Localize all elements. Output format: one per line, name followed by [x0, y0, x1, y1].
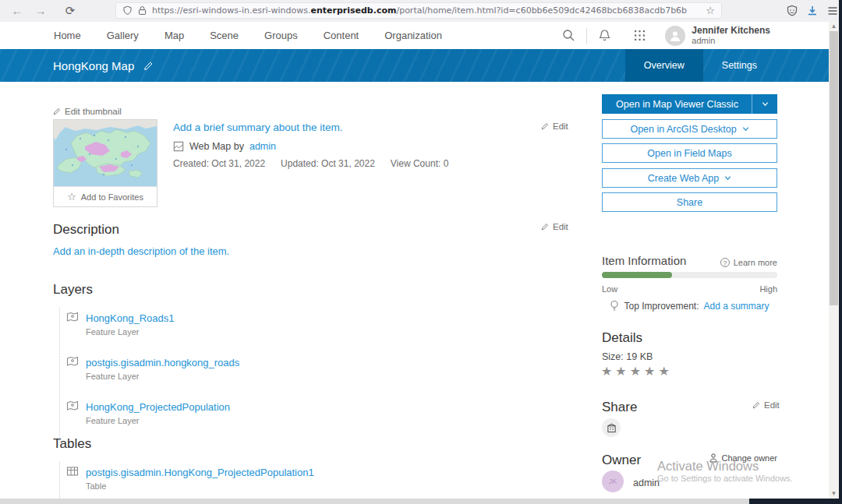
table-link[interactable]: postgis.gisadmin.HongKong_ProjectedPopul…: [86, 467, 314, 478]
bell-icon: [598, 29, 611, 42]
edit-description-button[interactable]: Edit: [541, 222, 568, 231]
user-menu[interactable]: Jennifer Kitchens admin: [692, 25, 770, 47]
table-icon: [66, 465, 79, 478]
item-thumbnail-map: [54, 120, 157, 186]
bookmark-star-icon[interactable]: ☆: [706, 5, 715, 16]
item-information-progress-fill: [602, 272, 672, 278]
browser-forward-button[interactable]: →: [33, 3, 48, 19]
progress-low-label: Low: [602, 284, 617, 294]
chevron-down-icon: [724, 174, 731, 182]
browser-back-button[interactable]: ←: [9, 3, 25, 19]
layer-row: HongKong_Roads1 Feature Layer: [60, 308, 239, 352]
browser-menu-icon[interactable]: [826, 5, 839, 17]
tab-settings[interactable]: Settings: [703, 49, 776, 82]
pencil-icon: [53, 107, 61, 115]
edit-share-button[interactable]: Edit: [752, 400, 780, 410]
notifications-button[interactable]: [587, 29, 622, 42]
vertical-scrollbar[interactable]: ▲ ▼: [829, 22, 839, 499]
top-improvement-row: Top Improvement: Add a summary: [602, 300, 777, 312]
rating-stars[interactable]: ★★★★★: [601, 364, 673, 379]
user-role: admin: [692, 36, 770, 46]
layer-link[interactable]: HongKong_Roads1: [86, 312, 174, 324]
nav-item-home[interactable]: Home: [54, 30, 81, 41]
favorite-star-icon: ☆: [67, 191, 76, 203]
item-information-progress-track: [602, 272, 777, 278]
add-summary-link[interactable]: Add a brief summary about the item.: [173, 122, 343, 133]
item-header: HongKong Map Overview Settings: [0, 49, 829, 82]
search-icon: [562, 29, 575, 42]
edit-thumbnail-button[interactable]: Edit thumbnail: [53, 107, 122, 116]
edit-overview-button[interactable]: Edit: [541, 122, 568, 131]
map-viewer-dropdown-button[interactable]: [752, 94, 777, 114]
search-button[interactable]: [551, 29, 586, 42]
scroll-up-arrow[interactable]: ▲: [829, 23, 839, 30]
open-field-maps-button[interactable]: Open in Field Maps: [602, 143, 777, 163]
browser-account-shield-icon[interactable]: [786, 5, 798, 17]
nav-item-groups[interactable]: Groups: [264, 30, 298, 41]
layer-link[interactable]: HongKong_ProjectedPopulation: [86, 401, 230, 413]
updated-date: Updated: Oct 31, 2022: [281, 158, 375, 169]
tab-overview[interactable]: Overview: [625, 49, 703, 82]
user-avatar[interactable]: [665, 26, 685, 46]
add-a-summary-link[interactable]: Add a summary: [704, 301, 769, 312]
view-count: View Count: 0: [391, 158, 449, 169]
vertical-scrollbar-thumb[interactable]: [830, 31, 838, 305]
layers-heading: Layers: [53, 282, 93, 298]
item-meta-row: Created: Oct 31, 2022 Updated: Oct 31, 2…: [173, 158, 448, 169]
nav-item-map[interactable]: Map: [165, 30, 184, 41]
item-title: HongKong Map: [53, 59, 134, 72]
learn-more-link[interactable]: ? Learn more: [720, 258, 777, 267]
table-type: Table: [86, 481, 314, 491]
edit-title-icon[interactable]: [143, 61, 154, 71]
organization-icon: [607, 423, 617, 433]
progress-high-label: High: [759, 284, 777, 294]
activate-windows-watermark: Activate Windows: [657, 459, 759, 474]
app-launcher-button[interactable]: [622, 29, 657, 42]
browser-reload-button[interactable]: ⟳: [62, 3, 78, 19]
pencil-icon: [752, 401, 760, 409]
nav-item-content[interactable]: Content: [324, 30, 359, 41]
shared-with-organization-badge: [602, 418, 621, 437]
lightbulb-icon: [610, 300, 619, 312]
horizontal-scrollbar[interactable]: [0, 499, 842, 504]
nav-item-organization[interactable]: Organization: [384, 30, 442, 41]
top-improvement-label: Top Improvement:: [624, 301, 699, 312]
layers-list: HongKong_Roads1 Feature Layer postgis.gi…: [59, 308, 239, 441]
nav-item-scene[interactable]: Scene: [210, 30, 239, 41]
owner-name: admin: [633, 478, 660, 488]
lock-icon: [137, 5, 147, 16]
scroll-down-arrow[interactable]: ▼: [829, 490, 839, 497]
table-row: postgis.gisadmin.HongKong_ProjectedPopul…: [60, 462, 314, 504]
item-thumbnail-card: ☆ Add to Favorites: [53, 119, 157, 207]
layer-type: Feature Layer: [86, 372, 239, 381]
item-type-row: Web Map by admin: [173, 141, 276, 152]
open-map-viewer-classic-button[interactable]: Open in Map Viewer Classic: [602, 94, 777, 114]
item-size: Size: 19 KB: [602, 351, 653, 362]
layer-link[interactable]: postgis.gisadmin.hongkong_roads: [86, 357, 239, 368]
user-name: Jennifer Kitchens: [692, 25, 770, 36]
layer-type: Feature Layer: [86, 327, 174, 337]
chevron-down-icon: [742, 125, 749, 132]
share-button[interactable]: Share: [602, 192, 777, 212]
nav-item-gallery[interactable]: Gallery: [107, 30, 139, 41]
portal-nav-bar: Home Gallery Map Scene Groups Content Or…: [0, 22, 829, 50]
person-icon: [668, 29, 682, 43]
chevron-down-icon: [762, 100, 769, 107]
layer-row: postgis.gisadmin.hongkong_roads Feature …: [60, 352, 239, 397]
create-web-app-button[interactable]: Create Web App: [602, 168, 777, 188]
app-grid-icon: [633, 29, 646, 42]
tables-list: postgis.gisadmin.HongKong_ProjectedPopul…: [59, 462, 314, 504]
add-to-favorites-button[interactable]: ☆ Add to Favorites: [54, 186, 157, 206]
details-heading: Details: [602, 330, 642, 346]
downloads-icon[interactable]: [806, 5, 819, 17]
address-bar[interactable]: https://esri-windows-in.esri-windows.ent…: [115, 2, 722, 19]
owner-avatar[interactable]: JK: [602, 471, 624, 492]
open-arcgis-desktop-button[interactable]: Open in ArcGIS Desktop: [602, 119, 777, 139]
question-icon: ?: [720, 258, 730, 267]
item-title-row: HongKong Map: [53, 49, 154, 82]
url-text: https://esri-windows-in.esri-windows.ent…: [152, 5, 701, 16]
item-tabs: Overview Settings: [625, 49, 776, 82]
description-heading: Description: [53, 222, 119, 238]
owner-link[interactable]: admin: [249, 141, 276, 152]
pencil-icon: [541, 223, 549, 231]
